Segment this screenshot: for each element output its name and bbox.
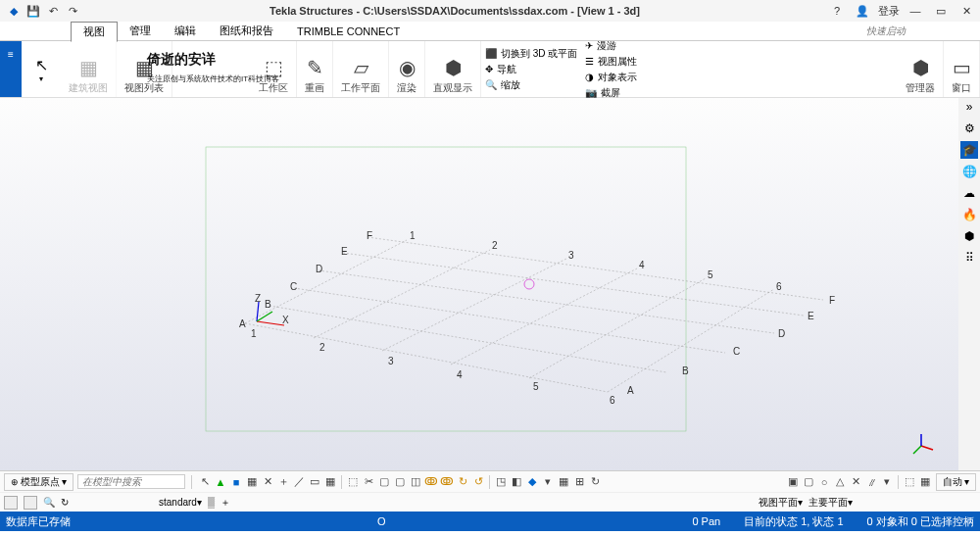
object-rep[interactable]: ◑对象表示 bbox=[585, 71, 637, 84]
group-display[interactable]: ⬢直观显示 bbox=[425, 41, 481, 97]
tab-view[interactable]: 视图 bbox=[71, 22, 118, 42]
status-pan: 0 Pan bbox=[692, 515, 720, 527]
svg-rect-0 bbox=[206, 147, 686, 431]
tab-drawings[interactable]: 图纸和报告 bbox=[208, 22, 285, 40]
view-props[interactable]: ☰视图属性 bbox=[585, 55, 637, 69]
help-icon[interactable]: ? bbox=[829, 3, 845, 19]
cloud-icon[interactable]: ☁ bbox=[960, 184, 978, 202]
s5-icon[interactable]: ↂ bbox=[424, 475, 438, 488]
close-icon[interactable]: ✕ bbox=[958, 3, 974, 19]
sa-icon[interactable]: ◧ bbox=[510, 475, 523, 488]
group-workplane[interactable]: ▱工作平面 bbox=[333, 41, 389, 97]
tab-trimble[interactable]: TRIMBLE CONNECT bbox=[285, 24, 412, 39]
roam-icon: ✈ bbox=[585, 40, 593, 51]
svg-line-14 bbox=[257, 302, 259, 321]
graduation-icon[interactable]: 🎓 bbox=[960, 141, 978, 159]
ribbon: ≡ ↖▾ ▦建筑视图 ▦视图列表 倚逝的安详关注原创与系统软件技术的IT科技博客… bbox=[0, 41, 980, 98]
navigate[interactable]: ✥导航 bbox=[485, 63, 577, 76]
sync-icon[interactable]: ↻ bbox=[61, 497, 69, 508]
f7-icon[interactable]: ▾ bbox=[880, 475, 894, 488]
svg-text:E: E bbox=[341, 246, 348, 257]
auto-dropdown[interactable]: 自动▾ bbox=[936, 473, 976, 491]
s4-icon[interactable]: ◫ bbox=[409, 475, 422, 488]
f5-icon[interactable]: ✕ bbox=[849, 475, 862, 488]
plus-icon2[interactable]: ＋ bbox=[220, 496, 230, 510]
s8-icon[interactable]: ↺ bbox=[471, 475, 485, 488]
box-icon[interactable]: ▭ bbox=[308, 475, 321, 488]
status-selection: 0 对象和 0 已选择控柄 bbox=[867, 514, 974, 529]
globe-icon[interactable]: 🌐 bbox=[960, 163, 978, 180]
s9-icon[interactable]: ◳ bbox=[494, 475, 508, 488]
refresh-icon[interactable]: ↻ bbox=[588, 475, 602, 488]
minimize-icon[interactable]: — bbox=[907, 3, 923, 19]
switch-3d[interactable]: ⬛切换到 3D 或平面 bbox=[485, 47, 577, 61]
svg-text:4: 4 bbox=[639, 260, 645, 270]
roam[interactable]: ✈漫游 bbox=[585, 39, 637, 53]
group-redraw[interactable]: ✎重画 bbox=[297, 41, 333, 97]
save-icon[interactable]: 💾 bbox=[25, 3, 41, 19]
f3-icon[interactable]: ○ bbox=[817, 476, 831, 488]
origin-dropdown[interactable]: ⊕模型原点▾ bbox=[4, 473, 74, 491]
maximize-icon[interactable]: ▭ bbox=[933, 3, 949, 19]
right-panel: » ⚙ 🎓 🌐 ☁ 🔥 ⬢ ⠿ bbox=[958, 98, 980, 267]
sd-icon[interactable]: ▦ bbox=[557, 475, 570, 488]
fire-icon[interactable]: 🔥 bbox=[960, 206, 978, 223]
se-icon[interactable]: ⊞ bbox=[572, 475, 586, 488]
cut-icon[interactable]: ✂ bbox=[362, 475, 375, 488]
grid2-icon[interactable]: ▦ bbox=[323, 475, 337, 488]
tri-green-icon[interactable]: ▲ bbox=[214, 476, 227, 488]
redo-icon[interactable]: ↷ bbox=[65, 3, 80, 19]
sc-icon[interactable]: ▾ bbox=[541, 475, 555, 488]
quick-launch-input[interactable] bbox=[862, 24, 980, 37]
dots-icon[interactable]: ⠿ bbox=[960, 249, 978, 267]
cursor-icon[interactable]: ↖ bbox=[198, 475, 212, 488]
plus-icon[interactable]: ＋ bbox=[276, 474, 290, 489]
f8-icon[interactable]: ⬚ bbox=[903, 475, 916, 488]
shape1-icon[interactable]: ⬚ bbox=[346, 475, 360, 488]
f9-icon[interactable]: ▦ bbox=[918, 475, 932, 488]
group-workarea[interactable]: ⬚工作区 bbox=[251, 41, 297, 97]
grid-icon[interactable]: ▦ bbox=[245, 475, 259, 488]
side-menu[interactable]: ≡ bbox=[0, 41, 22, 97]
gear-icon[interactable]: ⚙ bbox=[960, 120, 978, 137]
sq-blue-icon[interactable]: ■ bbox=[229, 476, 243, 488]
f6-icon[interactable]: ⫽ bbox=[864, 476, 878, 488]
group-view-list[interactable]: ▦视图列表 bbox=[117, 41, 172, 97]
box-icon[interactable]: ⬢ bbox=[960, 227, 978, 245]
group-building-view[interactable]: ▦建筑视图 bbox=[61, 41, 117, 97]
status-center: O bbox=[377, 515, 386, 527]
s7-icon[interactable]: ↻ bbox=[456, 475, 469, 488]
user-icon[interactable]: 👤 bbox=[855, 3, 870, 19]
search-icon[interactable]: 🔍 bbox=[43, 497, 55, 508]
s2-icon[interactable]: ▢ bbox=[377, 475, 391, 488]
login-label[interactable]: 登录 bbox=[878, 4, 900, 19]
svg-text:F: F bbox=[829, 295, 835, 306]
f2-icon[interactable]: ▢ bbox=[802, 475, 815, 488]
app-icon: ◆ bbox=[6, 3, 22, 19]
undo-icon[interactable]: ↶ bbox=[45, 3, 61, 19]
zoom[interactable]: 🔍缩放 bbox=[485, 78, 577, 92]
standard-dropdown[interactable]: standard▾ bbox=[159, 497, 202, 508]
s3-icon[interactable]: ▢ bbox=[393, 475, 407, 488]
group-render[interactable]: ◉渲染 bbox=[389, 41, 425, 97]
cursor-tool[interactable]: ↖▾ bbox=[22, 41, 61, 97]
line-icon[interactable]: ／ bbox=[292, 474, 306, 489]
sq1[interactable] bbox=[4, 496, 18, 510]
viewplane-dropdown[interactable]: 视图平面▾ bbox=[759, 496, 803, 510]
sq2[interactable] bbox=[24, 496, 37, 510]
svg-text:C: C bbox=[290, 281, 297, 292]
grid-icon2[interactable]: ▒ bbox=[208, 497, 215, 508]
group-window[interactable]: ▭窗口 bbox=[944, 41, 980, 97]
tab-manage[interactable]: 管理 bbox=[118, 22, 163, 40]
mainplane-dropdown[interactable]: 主要平面▾ bbox=[808, 496, 853, 510]
model-search-input[interactable] bbox=[77, 474, 185, 489]
viewport-3d[interactable]: X Z A B C D E F A B C D E F 1 2 3 4 5 6 … bbox=[0, 98, 980, 470]
s6-icon[interactable]: ↂ bbox=[440, 475, 454, 488]
arrow-icon[interactable]: » bbox=[960, 98, 978, 116]
f1-icon[interactable]: ▣ bbox=[786, 475, 800, 488]
f4-icon[interactable]: △ bbox=[833, 475, 847, 488]
sb-icon[interactable]: ◆ bbox=[525, 475, 539, 488]
tab-edit[interactable]: 编辑 bbox=[163, 22, 208, 40]
group-manager[interactable]: ⬢管理器 bbox=[898, 41, 944, 97]
x-icon[interactable]: ✕ bbox=[261, 475, 274, 488]
